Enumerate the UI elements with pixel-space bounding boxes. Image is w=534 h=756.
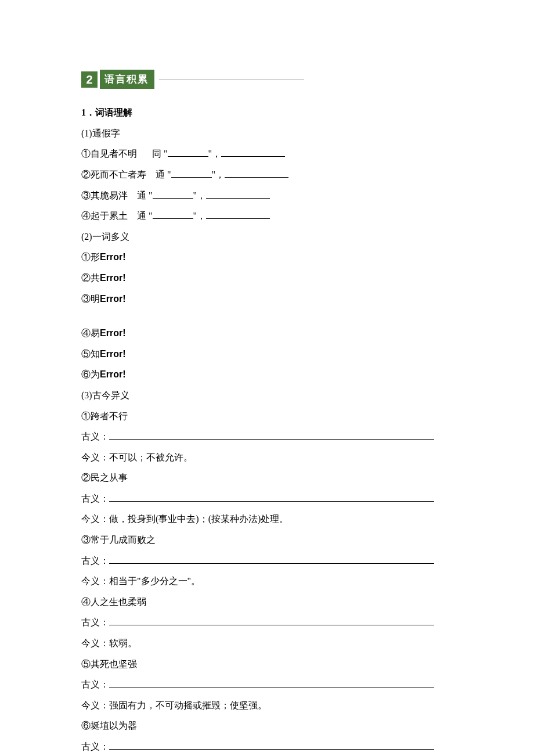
section-number-box: 2 (81, 71, 98, 88)
sub3-ancient-6: 古义： (81, 739, 464, 754)
item-num: ⑤ (81, 349, 91, 359)
divider-line (159, 73, 304, 87)
error-text: Error! (100, 369, 125, 379)
error-text: Error! (100, 294, 125, 304)
fill-blank-long[interactable] (109, 678, 434, 687)
item-num: ④ (81, 328, 91, 338)
fill-blank[interactable] (225, 168, 288, 178)
sub1-label: (1)通假字 (81, 126, 464, 141)
sub3-ancient-2: 古义： (81, 491, 464, 506)
phrase-text: 跨者不行 (91, 411, 128, 421)
modern-meaning: 软弱。 (109, 638, 137, 648)
sub1-item-1: ①自见者不明同 ""， (81, 146, 464, 161)
sub3-phrase-1: ①跨者不行 (81, 409, 464, 424)
document-page: 2 语言积累 1．词语理解 (1)通假字 ①自见者不明同 ""， ②死而不亡者寿… (0, 0, 534, 754)
sub2-item-3: ③明Error! (81, 291, 464, 307)
sub3-phrase-5: ⑤其死也坚强 (81, 657, 464, 672)
item-text: 死而不亡者寿 (91, 170, 146, 179)
item-num: ② (81, 170, 91, 179)
item-word: 共 (91, 273, 100, 283)
sub2-item-6: ⑥为Error! (81, 367, 464, 382)
gu-label: 古义： (81, 556, 109, 566)
fill-blank-long[interactable] (109, 492, 434, 502)
item-word: 形 (91, 252, 100, 262)
sub3-ancient-3: 古义： (81, 553, 464, 568)
jin-label: 今义： (81, 452, 109, 462)
connector: 通 (137, 211, 146, 221)
item-num: ⑥ (81, 721, 91, 730)
sub3-modern-4: 今义：软弱。 (81, 636, 464, 651)
question-1-heading: 1．词语理解 (81, 105, 464, 120)
sub3-ancient-5: 古义： (81, 677, 464, 692)
item-word: 明 (91, 294, 100, 304)
connector: 同 (152, 149, 161, 159)
fill-blank[interactable] (153, 210, 193, 219)
sub3-ancient-1: 古义： (81, 429, 464, 444)
item-num: ② (81, 473, 91, 483)
modern-meaning: 不可以；不被允许。 (109, 452, 193, 462)
item-num: ④ (81, 211, 91, 221)
sub2-item-1: ①形Error! (81, 250, 464, 265)
modern-meaning: 强固有力，不可动摇或摧毁；使坚强。 (109, 700, 267, 710)
item-num: ③ (81, 535, 91, 545)
fill-blank[interactable] (168, 147, 208, 157)
modern-meaning: 做，投身到(事业中去)；(按某种办法)处理。 (109, 514, 288, 524)
item-word: 易 (91, 328, 100, 338)
sub2-item-2: ②共Error! (81, 271, 464, 286)
gu-label: 古义： (81, 741, 109, 751)
fill-blank[interactable] (206, 210, 270, 219)
fill-blank[interactable] (153, 189, 193, 199)
phrase-text: 埏埴以为器 (91, 721, 137, 730)
connector: 通 (156, 170, 165, 179)
item-num: ⑥ (81, 369, 91, 379)
fill-blank-long[interactable] (109, 555, 434, 564)
jin-label: 今义： (81, 514, 109, 524)
item-num: ① (81, 149, 91, 159)
jin-label: 今义： (81, 700, 109, 710)
item-word: 为 (91, 369, 100, 379)
error-text: Error! (100, 328, 125, 338)
gu-label: 古义： (81, 431, 109, 441)
phrase-text: 人之生也柔弱 (91, 597, 146, 607)
fill-blank[interactable] (206, 189, 270, 199)
item-text: 起于累土 (91, 211, 128, 221)
jin-label: 今义： (81, 576, 109, 586)
item-num: ④ (81, 597, 91, 607)
fill-blank-long[interactable] (109, 616, 434, 625)
sub3-phrase-6: ⑥埏埴以为器 (81, 718, 464, 733)
sub3-modern-1: 今义：不可以；不被允许。 (81, 450, 464, 465)
sub3-ancient-4: 古义： (81, 615, 464, 630)
modern-meaning: 相当于"多少分之一"。 (109, 576, 200, 586)
section-header: 2 语言积累 (81, 70, 464, 89)
sub1-item-4: ④起于累土 通 ""， (81, 208, 464, 224)
phrase-text: 其死也坚强 (91, 659, 137, 669)
error-text: Error! (100, 273, 125, 283)
phrase-text: 民之从事 (91, 473, 128, 483)
sub3-modern-3: 今义：相当于"多少分之一"。 (81, 574, 464, 589)
item-text: 其脆易泮 (91, 190, 128, 200)
item-num: ③ (81, 294, 91, 304)
item-num: ① (81, 411, 91, 421)
sub3-phrase-3: ③常于几成而败之 (81, 532, 464, 548)
item-num: ① (81, 252, 91, 262)
sub2-label: (2)一词多义 (81, 229, 464, 244)
phrase-text: 常于几成而败之 (91, 535, 156, 545)
fill-blank-long[interactable] (109, 430, 434, 440)
sub3-phrase-4: ④人之生也柔弱 (81, 595, 464, 610)
section-title-box: 语言积累 (100, 70, 154, 89)
sub3-label: (3)古今异义 (81, 388, 464, 403)
fill-blank[interactable] (221, 147, 285, 157)
fill-blank-long[interactable] (109, 740, 434, 750)
error-text: Error! (100, 349, 125, 359)
item-word: 知 (91, 349, 100, 359)
connector: 通 (137, 190, 146, 200)
jin-label: 今义： (81, 638, 109, 648)
item-num: ③ (81, 190, 91, 200)
gu-label: 古义： (81, 494, 109, 503)
error-text: Error! (100, 252, 125, 262)
fill-blank[interactable] (171, 168, 212, 178)
item-text: 自见者不明 (91, 149, 137, 159)
sub1-item-2: ②死而不亡者寿 通 ""， (81, 167, 464, 182)
gu-label: 古义： (81, 679, 109, 689)
item-num: ⑤ (81, 659, 91, 669)
